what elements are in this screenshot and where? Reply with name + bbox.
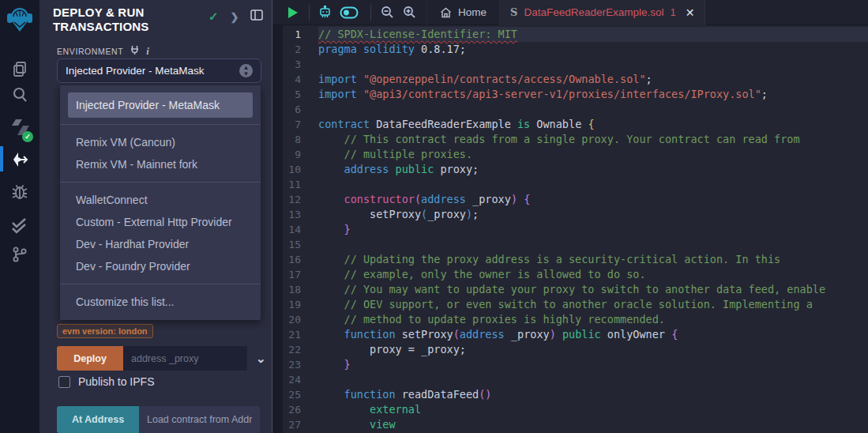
- code-line[interactable]: 23 }: [272, 357, 868, 372]
- line-number: 21: [272, 327, 318, 342]
- code-line[interactable]: 14 }: [272, 222, 868, 237]
- tab-home[interactable]: Home: [426, 0, 500, 25]
- code-line[interactable]: 11: [272, 177, 868, 192]
- line-content: import "@openzeppelin/contracts/access/O…: [318, 72, 868, 87]
- line-content: // example, only the owner is allowed to…: [318, 267, 868, 282]
- home-tab-label: Home: [458, 6, 487, 18]
- icon-sidebar: ✓: [0, 0, 39, 433]
- line-content: // OEV support, or even switch to anothe…: [318, 297, 868, 312]
- environment-option[interactable]: Remix VM - Mainnet fork: [60, 153, 261, 175]
- code-line[interactable]: 5import "@api3/contracts/api3-server-v1/…: [272, 87, 868, 102]
- expand-args-chevron-icon[interactable]: ⌄: [256, 352, 266, 366]
- tab-datafeedreaderexample[interactable]: S DataFeedReaderExample.sol 1 ✕: [500, 0, 705, 25]
- active-plugin-indicator: [0, 146, 3, 171]
- code-line[interactable]: 2pragma solidity 0.8.17;: [272, 42, 868, 57]
- code-line[interactable]: 13 setProxy(_proxy);: [272, 207, 868, 222]
- line-content: [318, 177, 868, 192]
- environment-select[interactable]: Injected Provider - MetaMask ▲▼: [57, 58, 261, 83]
- code-editor[interactable]: 1// SPDX-License-Identifier: MIT2pragma …: [272, 25, 868, 433]
- remix-logo[interactable]: [2, 2, 37, 37]
- deploy-and-run-icon[interactable]: [0, 148, 39, 171]
- line-number: 8: [272, 132, 318, 147]
- line-content: import "@api3/contracts/api3-server-v1/p…: [318, 87, 868, 102]
- debugger-icon[interactable]: [0, 180, 39, 204]
- line-number: 26: [272, 402, 318, 417]
- panel-title: DEPLOY & RUN TRANSACTIONS: [53, 6, 195, 34]
- evm-version-badge: evm version: london: [57, 324, 153, 338]
- zoom-out-icon[interactable]: [381, 6, 394, 19]
- environment-option[interactable]: Dev - Hardhat Provider: [60, 233, 261, 255]
- line-number: 16: [272, 252, 318, 267]
- code-line[interactable]: 24: [272, 372, 868, 387]
- code-line[interactable]: 22 proxy = _proxy;: [272, 342, 868, 357]
- environment-option[interactable]: Remix VM (Cancun): [60, 131, 261, 153]
- pin-panel-icon[interactable]: [250, 9, 263, 24]
- search-icon[interactable]: [0, 83, 39, 107]
- collapse-chevron-icon[interactable]: ❯: [231, 11, 239, 23]
- code-line[interactable]: 16 // Updating the proxy address is a se…: [272, 252, 868, 267]
- file-explorer-icon[interactable]: [0, 57, 39, 81]
- code-line[interactable]: 9 // multiple proxies.: [272, 147, 868, 162]
- line-number: 25: [272, 387, 318, 402]
- code-line[interactable]: 25 function readDataFeed(): [272, 387, 868, 402]
- line-number: 2: [272, 42, 318, 57]
- close-tab-icon[interactable]: ✕: [686, 6, 695, 19]
- plug-icon[interactable]: [130, 44, 140, 58]
- code-line[interactable]: 8 // This contract reads from a single p…: [272, 132, 868, 147]
- code-line[interactable]: 6: [272, 102, 868, 117]
- info-icon[interactable]: i: [146, 45, 149, 58]
- git-icon[interactable]: [0, 243, 39, 266]
- run-script-icon[interactable]: [287, 6, 299, 19]
- unit-testing-icon[interactable]: [0, 213, 39, 237]
- deploy-run-panel: DEPLOY & RUN TRANSACTIONS ✓ ❯ ENVIRONMEN…: [39, 0, 272, 433]
- line-content: // method to update proxies is highly re…: [318, 312, 868, 327]
- deploy-button[interactable]: Deploy: [57, 346, 123, 371]
- environment-dropdown-menu: Injected Provider - MetaMaskRemix VM (Ca…: [60, 85, 261, 320]
- environment-option[interactable]: Customize this list...: [60, 291, 261, 313]
- line-number: 11: [272, 177, 318, 192]
- environment-option[interactable]: Injected Provider - MetaMask: [68, 92, 253, 118]
- zoom-in-icon[interactable]: [403, 6, 416, 19]
- at-address-input[interactable]: [139, 406, 260, 433]
- line-content: constructor(address _proxy) {: [318, 192, 868, 207]
- code-line[interactable]: 12 constructor(address _proxy) {: [272, 192, 868, 207]
- line-content: function setProxy(address _proxy) public…: [318, 327, 868, 342]
- at-address-button[interactable]: At Address: [57, 406, 139, 433]
- code-line[interactable]: 15: [272, 237, 868, 252]
- environment-option[interactable]: WalletConnect: [60, 189, 261, 211]
- code-line[interactable]: 3: [272, 57, 868, 72]
- environment-selected-value: Injected Provider - MetaMask: [66, 65, 239, 77]
- select-stepper-icon: ▲▼: [239, 64, 253, 77]
- code-line[interactable]: 18 // You may want to update your proxy …: [272, 282, 868, 297]
- code-line[interactable]: 26 external: [272, 402, 868, 417]
- code-line[interactable]: 21 function setProxy(address _proxy) pub…: [272, 327, 868, 342]
- environment-option[interactable]: Custom - External Http Provider: [60, 211, 261, 233]
- code-line[interactable]: 4import "@openzeppelin/contracts/access/…: [272, 72, 868, 87]
- editor-toolbar: Home S DataFeedReaderExample.sol 1 ✕: [272, 0, 868, 25]
- code-line[interactable]: 7contract DataFeedReaderExample is Ownab…: [272, 117, 868, 132]
- ai-toggle-icon[interactable]: [340, 6, 359, 19]
- compiled-ok-badge: ✓: [22, 131, 33, 142]
- code-line[interactable]: 27 view: [272, 417, 868, 432]
- line-number: 22: [272, 342, 318, 357]
- solidity-compiler-icon[interactable]: ✓: [0, 115, 39, 139]
- line-content: // Updating the proxy address is a secur…: [318, 252, 868, 267]
- publish-ipfs-checkbox[interactable]: [58, 376, 70, 388]
- line-content: [318, 102, 868, 117]
- toolbar-divider: [370, 5, 371, 21]
- line-number: 14: [272, 222, 318, 237]
- environment-option[interactable]: Dev - Foundry Provider: [60, 255, 261, 277]
- deploy-arg-input[interactable]: [123, 346, 247, 371]
- code-line[interactable]: 1// SPDX-License-Identifier: MIT: [272, 27, 868, 42]
- code-line[interactable]: 17 // example, only the owner is allowed…: [272, 267, 868, 282]
- code-line[interactable]: 19 // OEV support, or even switch to ano…: [272, 297, 868, 312]
- line-number: 23: [272, 357, 318, 372]
- remix-ide-window: ✓: [0, 0, 868, 433]
- ai-assistant-icon[interactable]: [318, 6, 332, 19]
- line-content: }: [318, 357, 868, 372]
- code-line[interactable]: 10 address public proxy;: [272, 162, 868, 177]
- line-number: 6: [272, 102, 318, 117]
- editor-region: Home S DataFeedReaderExample.sol 1 ✕ 1//…: [272, 0, 868, 433]
- file-tab-name: DataFeedReaderExample.sol: [524, 6, 663, 18]
- code-line[interactable]: 20 // method to update proxies is highly…: [272, 312, 868, 327]
